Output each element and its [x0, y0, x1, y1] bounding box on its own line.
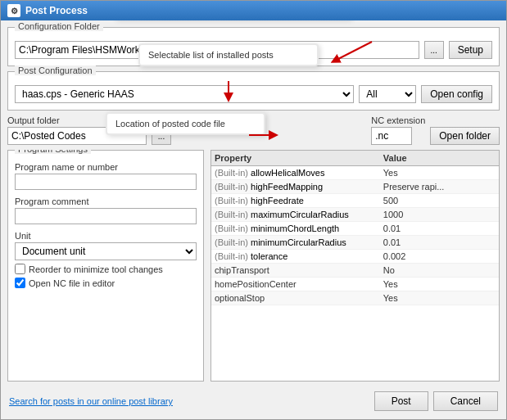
post-config-callout-arrow [212, 79, 245, 104]
program-name-label: Program name or number [15, 162, 197, 172]
value-cell: Yes [383, 293, 496, 303]
config-folder-browse-button[interactable]: ... [424, 41, 444, 59]
output-callout-arrow [247, 127, 280, 143]
bottom-bar: Search for posts in our online post libr… [7, 386, 500, 413]
table-row[interactable]: (Built-in) tolerance0.002 [211, 250, 499, 264]
titlebar: ⚙ Post Process [1, 1, 506, 20]
nc-extension-group: NC extension [371, 115, 425, 145]
open-nc-label: Open NC file in editor [29, 278, 115, 288]
search-posts-link[interactable]: Search for posts in our online post libr… [9, 396, 173, 406]
post-button[interactable]: Post [374, 391, 428, 411]
nc-extension-input[interactable] [371, 127, 412, 145]
open-folder-button[interactable]: Open folder [430, 127, 500, 145]
cancel-button[interactable]: Cancel [433, 391, 498, 411]
program-comment-group: Program comment [15, 196, 197, 224]
table-row[interactable]: (Built-in) maximumCircularRadius1000 [211, 208, 499, 222]
right-panel: Property Value (Built-in) allowHelicalMo… [210, 150, 500, 382]
value-cell: No [383, 265, 496, 275]
open-nc-checkbox[interactable] [15, 278, 25, 288]
value-cell: 0.002 [383, 251, 496, 261]
table-row[interactable]: (Built-in) highFeedrate500 [211, 194, 499, 208]
program-settings-box: Program Settings Program name or number … [7, 150, 204, 382]
value-cell: Yes [383, 168, 496, 178]
table-row[interactable]: (Built-in) highFeedMappingPreserve rapi.… [211, 180, 499, 194]
main-window: ⚙ Post Process Location of .cps post pro… [0, 0, 507, 420]
post-config-box: Post Configuration haas.cps - Generic HA… [7, 71, 500, 111]
property-header: Property [215, 153, 383, 163]
table-row[interactable]: (Built-in) allowHelicalMovesYes [211, 166, 499, 180]
property-cell: (Built-in) minimumCircularRadius [215, 237, 383, 247]
property-cell: (Built-in) tolerance [215, 251, 383, 261]
config-folder-label: Configuration Folder [15, 21, 103, 31]
window-icon: ⚙ [7, 4, 20, 17]
properties-table: Property Value (Built-in) allowHelicalMo… [210, 150, 500, 382]
table-row[interactable]: chipTransportNo [211, 264, 499, 278]
reorder-label: Reorder to minimize tool changes [29, 264, 163, 274]
value-header: Value [383, 153, 496, 163]
table-body[interactable]: (Built-in) allowHelicalMovesYes(Built-in… [211, 166, 499, 381]
value-cell: Preserve rapi... [383, 182, 496, 192]
program-name-group: Program name or number [15, 162, 197, 190]
left-panel: Program Settings Program name or number … [7, 150, 204, 382]
setup-button[interactable]: Setup [449, 41, 492, 59]
value-cell: 0.01 [383, 224, 496, 233]
program-settings-label: Program Settings [15, 150, 91, 154]
nc-extension-row [371, 127, 425, 145]
nc-extension-label: NC extension [371, 115, 425, 125]
value-cell: 0.01 [383, 237, 496, 247]
unit-group: Unit Document unit [15, 231, 197, 260]
property-cell: optionalStop [215, 293, 383, 303]
value-cell: 500 [383, 196, 496, 205]
unit-label: Unit [15, 231, 197, 241]
program-name-input[interactable] [15, 174, 197, 190]
open-config-button[interactable]: Open config [421, 85, 492, 103]
table-row[interactable]: (Built-in) minimumChordLength0.01 [211, 222, 499, 236]
post-config-callout: Selectable list of installed posts [138, 43, 319, 66]
program-comment-label: Program comment [15, 196, 197, 206]
property-cell: (Built-in) maximumCircularRadius [215, 210, 383, 219]
filter-select[interactable]: All [359, 85, 416, 103]
content-area: Location of .cps post processor files (H… [1, 20, 506, 419]
output-section: Location of posted code file Output fold… [7, 115, 500, 145]
window-title: Post Process [25, 5, 88, 16]
value-cell: 1000 [383, 210, 496, 219]
table-row[interactable]: homePositionCenterYes [211, 278, 499, 291]
post-select[interactable]: haas.cps - Generic HAAS [15, 85, 354, 103]
property-cell: (Built-in) allowHelicalMoves [215, 168, 383, 178]
value-cell: Yes [383, 279, 496, 289]
property-cell: (Built-in) highFeedMapping [215, 182, 383, 192]
reorder-checkbox-row: Reorder to minimize tool changes [15, 264, 197, 274]
property-cell: (Built-in) minimumChordLength [215, 224, 383, 233]
output-folder-callout: Location of posted code file [106, 112, 265, 135]
table-row[interactable]: optionalStopYes [211, 291, 499, 305]
bottom-buttons: Post Cancel [374, 391, 498, 411]
open-nc-checkbox-row: Open NC file in editor [15, 278, 197, 288]
config-callout-arrow [327, 40, 376, 65]
lower-area: Program Settings Program name or number … [7, 150, 500, 382]
property-cell: chipTransport [215, 265, 383, 275]
program-comment-input[interactable] [15, 208, 197, 224]
table-header: Property Value [211, 151, 499, 166]
property-cell: (Built-in) highFeedrate [215, 196, 383, 205]
table-row[interactable]: (Built-in) minimumCircularRadius0.01 [211, 236, 499, 250]
property-cell: homePositionCenter [215, 279, 383, 289]
post-config-section: Selectable list of installed posts Post … [7, 71, 500, 111]
reorder-checkbox[interactable] [15, 264, 25, 274]
unit-select[interactable]: Document unit [15, 242, 197, 260]
post-config-label: Post Configuration [15, 65, 96, 75]
post-config-row: haas.cps - Generic HAAS All Open config [15, 85, 492, 103]
